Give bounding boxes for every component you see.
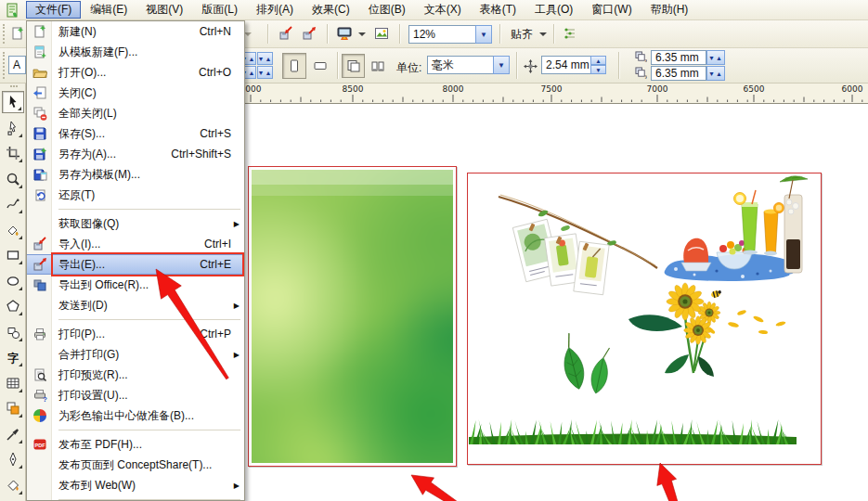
nudge-offset-field[interactable]: 2.54 mm <box>541 56 591 74</box>
tool-fill-tool[interactable] <box>2 474 24 496</box>
menu-item-import[interactable]: 导入(I)...Ctrl+I <box>27 234 244 254</box>
print-setup-icon: ? <box>31 388 48 403</box>
nudge-offset-spinner[interactable]: ▲▼ <box>590 56 606 74</box>
print-preview-icon <box>31 367 48 382</box>
menu-item-open[interactable]: 打开(O)...Ctrl+O <box>27 62 244 83</box>
menubar-item-help[interactable]: 帮助(H) <box>641 1 698 19</box>
submenu-arrow-icon: ▶ <box>234 220 244 228</box>
menu-item-label: 发布页面到 ConceptShare(T)... <box>58 457 212 473</box>
tool-ellipse-tool[interactable] <box>2 270 24 292</box>
units-dropdown-button[interactable]: ▼ <box>493 56 510 74</box>
duplicate-distance-x-spinner[interactable]: ▼▲ <box>706 50 725 65</box>
menu-item-shortcut: Ctrl+N <box>200 25 244 38</box>
tool-freehand-tool[interactable] <box>2 193 24 215</box>
menu-item-prepare-for-color-output-center[interactable]: 为彩色输出中心做准备(B)... <box>27 405 244 426</box>
tool-crop-tool[interactable] <box>2 142 24 164</box>
menubar-item-table[interactable]: 表格(T) <box>471 1 525 19</box>
page-width-spinner-2[interactable]: ▼▲ <box>257 52 273 65</box>
duplicate-distance-x-field[interactable]: 6.35 mm <box>651 50 706 65</box>
property-bar-grip[interactable] <box>3 52 6 79</box>
menu-item-revert[interactable]: 还原(T) <box>27 185 244 205</box>
tool-table-tool[interactable] <box>2 372 24 394</box>
menu-item-shortcut: Ctrl+S <box>200 127 244 140</box>
menu-item-publish-to-pdf[interactable]: PDF发布至 PDF(H)... <box>27 434 244 455</box>
menubar-item-file[interactable]: 文件(F) <box>26 1 81 19</box>
menubar-item-bitmaps[interactable]: 位图(B) <box>359 1 415 19</box>
units-combo[interactable]: 毫米 <box>427 56 494 74</box>
save-as-icon <box>31 147 48 161</box>
zoom-level-combo[interactable]: 12% <box>408 25 476 44</box>
menubar-item-arrange[interactable]: 排列(A) <box>247 1 303 19</box>
tool-smart-fill-tool[interactable] <box>2 219 24 241</box>
landscape-orientation-button[interactable] <box>308 53 332 79</box>
duplicate-distance-y-spinner[interactable]: ▼▲ <box>706 66 725 81</box>
tool-eyedropper-tool[interactable] <box>2 423 24 445</box>
menubar-item-edit[interactable]: 编辑(E) <box>81 1 136 19</box>
tool-outline-pen-tool[interactable] <box>2 448 24 470</box>
svg-text:?: ? <box>43 395 47 403</box>
toolbar-grip[interactable] <box>3 24 6 44</box>
snap-to-button[interactable]: 贴齐 <box>506 24 538 45</box>
menu-item-acquire-image[interactable]: 获取图像(Q)▶ <box>27 213 244 234</box>
tool-pick-tool[interactable] <box>2 91 24 113</box>
no <box>31 478 48 493</box>
menu-item-shortcut: Ctrl+I <box>204 238 244 250</box>
toolbar-separator <box>327 24 329 44</box>
new-document-button[interactable] <box>7 24 28 45</box>
right-page[interactable] <box>467 173 822 465</box>
launcher-dropdown-button[interactable] <box>356 24 368 45</box>
menu-item-new[interactable]: 新建(N)Ctrl+N <box>27 21 244 42</box>
menu-item-save-as-template[interactable]: 另存为模板(M)... <box>27 164 244 185</box>
green-blurred-image[interactable] <box>252 170 453 463</box>
menu-item-print-setup[interactable]: ?打印设置(U)... <box>27 385 244 405</box>
menu-item-print[interactable]: 打印(P)...Ctrl+P <box>27 324 244 344</box>
menubar-item-text[interactable]: 文本(X) <box>415 1 471 19</box>
tool-rectangle-tool[interactable] <box>2 244 24 266</box>
menu-item-print-merge[interactable]: 合并打印(G)▶ <box>27 344 244 365</box>
paper-size-combo-partial[interactable]: A <box>8 56 26 74</box>
menubar-item-layout[interactable]: 版面(L) <box>192 1 247 19</box>
left-page[interactable] <box>248 166 457 467</box>
application-launcher-button[interactable] <box>334 24 355 45</box>
toolbox: 字 <box>0 84 26 501</box>
zoom-level-dropdown-button[interactable]: ▼ <box>475 25 492 44</box>
menu-item-save[interactable]: 保存(S)...Ctrl+S <box>27 123 244 144</box>
menu-item-export-to-office[interactable]: 导出到 Office(R)... <box>27 275 244 295</box>
corel-connect-button[interactable] <box>371 24 392 45</box>
menubar-item-tools[interactable]: 工具(O) <box>525 1 582 19</box>
export-icon <box>302 26 317 44</box>
export-button[interactable] <box>299 24 319 45</box>
menubar-item-effects[interactable]: 效果(C) <box>303 1 359 19</box>
menu-item-save-as[interactable]: 另存为(A)...Ctrl+Shift+S <box>27 144 244 164</box>
menu-item-new-from-template[interactable]: 从模板新建(F)... <box>27 42 244 62</box>
tool-text-tool[interactable]: 字 <box>2 346 24 368</box>
import-button[interactable] <box>276 24 296 45</box>
menu-item-export[interactable]: 导出(E)...Ctrl+E <box>27 254 244 275</box>
page-height-spinner-2[interactable]: ▼▲ <box>257 66 273 79</box>
menu-item-close[interactable]: 关闭(C) <box>27 83 244 103</box>
menubar-item-window[interactable]: 窗口(W) <box>582 1 641 19</box>
tool-zoom-tool[interactable] <box>2 168 24 190</box>
menu-item-publish-to-conceptshare[interactable]: 发布页面到 ConceptShare(T)... <box>27 455 244 475</box>
menu-item-label: 发布到 Web(W) <box>58 478 136 494</box>
menu-item-publish-to-web[interactable]: 发布到 Web(W)▶ <box>27 475 244 495</box>
menu-item-close-all[interactable]: 全部关闭(L) <box>27 103 244 123</box>
toolbar-separator <box>267 24 269 44</box>
svg-text:8500: 8500 <box>343 84 364 94</box>
menubar-item-view[interactable]: 视图(V) <box>136 1 192 19</box>
menu-item-send-to[interactable]: 发送到(D)▶ <box>27 295 244 315</box>
app-icon <box>2 2 22 19</box>
tool-blend-tool[interactable] <box>2 397 24 419</box>
facing-pages-button[interactable] <box>367 54 388 78</box>
menu-item-print-preview[interactable]: 打印预览(R)... <box>27 365 244 385</box>
all-pages-button[interactable] <box>342 54 365 78</box>
tool-basic-shapes-tool[interactable] <box>2 321 24 343</box>
view-settings-button[interactable] <box>560 24 580 45</box>
portrait-orientation-button[interactable] <box>282 53 306 79</box>
snap-to-dropdown-button[interactable] <box>538 24 549 45</box>
tool-shape-tool[interactable] <box>2 117 24 139</box>
tool-polygon-tool[interactable] <box>2 295 24 317</box>
duplicate-distance-y-field[interactable]: 6.35 mm <box>651 66 706 81</box>
menu-item-shortcut: Ctrl+O <box>199 66 244 79</box>
menu-item-shortcut: Ctrl+E <box>200 258 244 271</box>
